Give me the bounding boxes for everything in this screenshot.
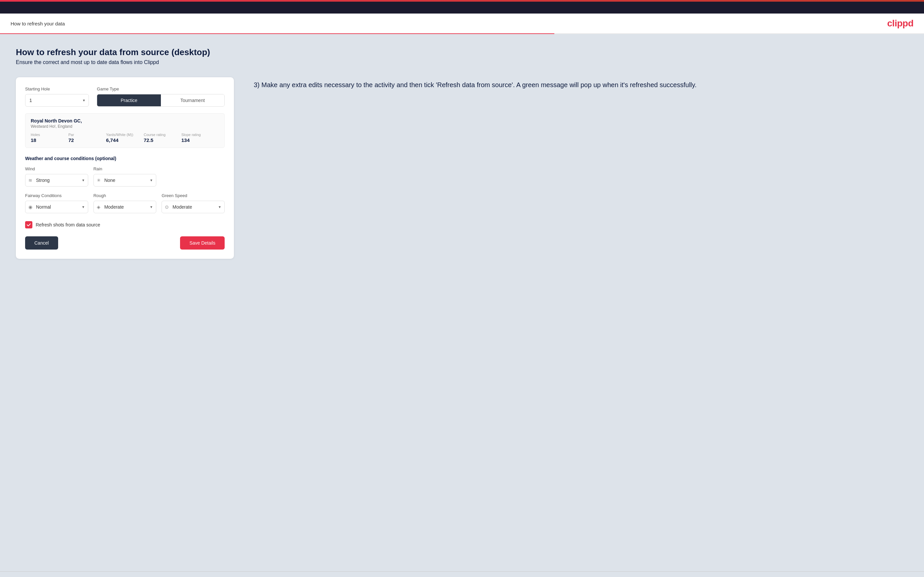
nav-bar: How to refresh your data clippd (0, 13, 924, 34)
form-actions: Cancel Save Details (25, 236, 225, 250)
nav-title: How to refresh your data (11, 21, 65, 26)
green-speed-select[interactable]: Moderate Slow Fast (162, 201, 225, 213)
course-rating-stat: Course rating 72.5 (144, 133, 181, 143)
game-type-label: Game Type (97, 87, 225, 92)
instructions-text: 3) Make any extra edits necessary to the… (254, 80, 908, 90)
starting-hole-select[interactable]: 1 10 (25, 94, 89, 106)
wind-group: Wind ≋ Strong None Light Moderate ▾ (25, 166, 88, 187)
rain-group: Rain ✳ None Light Heavy ▾ (94, 166, 157, 187)
starting-hole-select-wrapper: 1 10 ▾ (25, 94, 89, 106)
slope-rating-label: Slope rating (181, 133, 219, 137)
weather-section-title: Weather and course conditions (optional) (25, 156, 225, 161)
main-content: How to refresh your data from source (de… (0, 34, 924, 571)
par-label: Par (68, 133, 106, 137)
conditions-row: Fairway Conditions ◉ Normal Soft Firm ▾ … (25, 193, 225, 213)
wind-rain-row: Wind ≋ Strong None Light Moderate ▾ Rain (25, 166, 225, 187)
holes-value: 18 (31, 137, 68, 143)
tournament-button[interactable]: Tournament (161, 94, 224, 106)
fairway-label: Fairway Conditions (25, 193, 88, 198)
footer: Copyright Clippd 2022 (0, 571, 924, 577)
fairway-select-wrapper: ◉ Normal Soft Firm ▾ (25, 201, 88, 213)
rough-group: Rough ◈ Moderate Light Heavy ▾ (94, 193, 157, 213)
par-value: 72 (68, 137, 106, 143)
yards-label: Yards/White (M)) (106, 133, 144, 137)
starting-hole-group: Starting Hole 1 10 ▾ (25, 87, 89, 106)
par-stat: Par 72 (68, 133, 106, 143)
fairway-select[interactable]: Normal Soft Firm (25, 201, 88, 213)
page-subheading: Ensure the correct and most up to date d… (16, 60, 908, 65)
top-bar (0, 2, 924, 13)
slope-rating-stat: Slope rating 134 (181, 133, 219, 143)
wind-label: Wind (25, 166, 88, 171)
practice-button[interactable]: Practice (97, 94, 160, 106)
save-button[interactable]: Save Details (180, 236, 225, 250)
rough-select[interactable]: Moderate Light Heavy (94, 201, 157, 213)
course-info-box: Royal North Devon GC, Westward Ho!, Engl… (25, 113, 225, 148)
rain-select-wrapper: ✳ None Light Heavy ▾ (94, 174, 157, 187)
side-instructions: 3) Make any extra edits necessary to the… (254, 77, 908, 90)
fairway-group: Fairway Conditions ◉ Normal Soft Firm ▾ (25, 193, 88, 213)
refresh-checkbox[interactable] (25, 221, 32, 229)
refresh-checkbox-row[interactable]: Refresh shots from data source (25, 221, 225, 229)
game-type-group: Game Type Practice Tournament (97, 87, 225, 106)
refresh-checkbox-label: Refresh shots from data source (36, 222, 100, 227)
wind-select[interactable]: Strong None Light Moderate (25, 174, 88, 187)
wind-select-wrapper: ≋ Strong None Light Moderate ▾ (25, 174, 88, 187)
yards-value: 6,744 (106, 137, 144, 143)
game-type-toggle: Practice Tournament (97, 94, 225, 106)
rough-label: Rough (94, 193, 157, 198)
course-name: Royal North Devon GC, (31, 118, 219, 124)
green-speed-label: Green Speed (162, 193, 225, 198)
starting-hole-label: Starting Hole (25, 87, 89, 92)
green-speed-select-wrapper: ⊙ Moderate Slow Fast ▾ (162, 201, 225, 213)
course-stats: Holes 18 Par 72 Yards/White (M)) 6,744 C… (31, 133, 219, 143)
course-rating-value: 72.5 (144, 137, 181, 143)
yards-stat: Yards/White (M)) 6,744 (106, 133, 144, 143)
form-top-row: Starting Hole 1 10 ▾ Game Type Practice … (25, 87, 225, 106)
rain-label: Rain (94, 166, 157, 171)
form-card: Starting Hole 1 10 ▾ Game Type Practice … (16, 77, 234, 259)
rain-select[interactable]: None Light Heavy (94, 174, 157, 187)
holes-stat: Holes 18 (31, 133, 68, 143)
green-speed-group: Green Speed ⊙ Moderate Slow Fast ▾ (162, 193, 225, 213)
logo: clippd (887, 18, 913, 29)
page-heading: How to refresh your data from source (de… (16, 47, 908, 58)
course-location: Westward Ho!, England (31, 124, 219, 129)
course-rating-label: Course rating (144, 133, 181, 137)
cancel-button[interactable]: Cancel (25, 236, 58, 250)
slope-rating-value: 134 (181, 137, 219, 143)
holes-label: Holes (31, 133, 68, 137)
checkmark-icon (26, 222, 31, 227)
rough-select-wrapper: ◈ Moderate Light Heavy ▾ (94, 201, 157, 213)
content-layout: Starting Hole 1 10 ▾ Game Type Practice … (16, 77, 908, 259)
